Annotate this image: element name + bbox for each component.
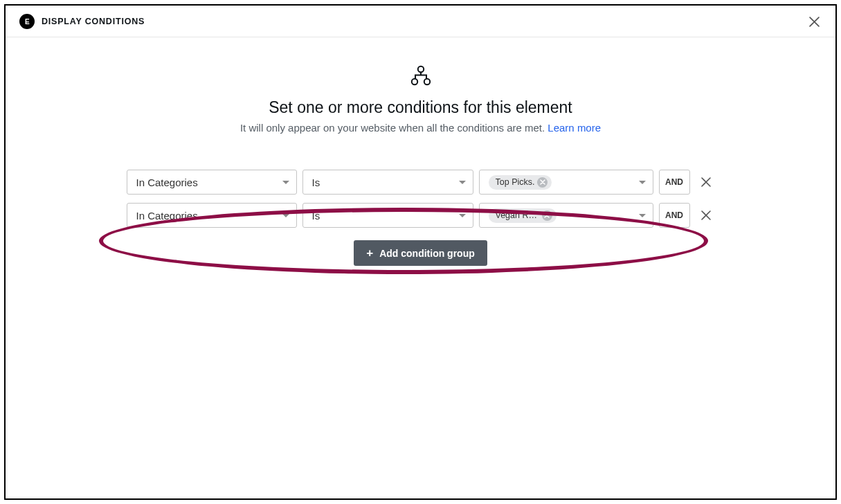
svg-point-2 — [424, 79, 429, 84]
hero-subtitle: It will only appear on your website when… — [240, 122, 601, 134]
close-icon — [540, 179, 545, 185]
close-icon — [809, 17, 820, 27]
hero-section: Set one or more conditions for this elem… — [6, 65, 835, 134]
svg-point-1 — [411, 79, 417, 84]
value-tag: Top Picks. — [489, 175, 552, 190]
tag-label: Vegan Re… — [496, 210, 539, 220]
close-icon — [701, 177, 711, 187]
add-condition-group-button[interactable]: + Add condition group — [354, 240, 487, 266]
condition-value-select[interactable]: Vegan Re… — [479, 203, 653, 228]
condition-field-select[interactable]: In Categories — [127, 170, 297, 195]
condition-row: In Categories Is Vegan Re… — [127, 203, 715, 228]
condition-operator-select[interactable]: Is — [302, 203, 473, 228]
elementor-logo-icon: E — [19, 14, 35, 29]
select-value: In Categories — [136, 210, 198, 222]
hero-subtitle-text: It will only appear on your website when… — [240, 122, 548, 134]
header-left: E DISPLAY CONDITIONS — [19, 14, 145, 29]
condition-operator-select[interactable]: Is — [302, 170, 473, 195]
chevron-down-icon — [459, 214, 466, 217]
modal-body: Set one or more conditions for this elem… — [6, 37, 835, 266]
tag-holder: Top Picks. — [489, 175, 639, 190]
value-tag: Vegan Re… — [489, 208, 557, 223]
logic-toggle-button[interactable]: AND — [659, 170, 690, 195]
close-modal-button[interactable] — [808, 15, 820, 28]
remove-tag-button[interactable] — [542, 210, 552, 221]
conditions-list: In Categories Is Top Picks. — [6, 170, 835, 228]
remove-condition-button[interactable] — [701, 210, 715, 220]
conditions-tree-icon — [410, 65, 432, 89]
remove-tag-button[interactable] — [537, 177, 548, 188]
close-icon — [544, 213, 550, 218]
modal-title: DISPLAY CONDITIONS — [42, 17, 145, 26]
modal-header: E DISPLAY CONDITIONS — [6, 6, 835, 37]
chevron-down-icon — [639, 214, 646, 217]
select-value: In Categories — [136, 177, 198, 188]
plus-icon: + — [366, 247, 373, 259]
display-conditions-modal: E DISPLAY CONDITIONS Set one or more con… — [4, 4, 837, 500]
hero-title: Set one or more conditions for this elem… — [269, 98, 572, 117]
logic-toggle-button[interactable]: AND — [659, 203, 690, 228]
svg-point-0 — [417, 66, 423, 72]
select-value: Is — [312, 210, 320, 222]
learn-more-link[interactable]: Learn more — [548, 122, 601, 134]
condition-value-select[interactable]: Top Picks. — [479, 170, 653, 195]
chevron-down-icon — [282, 214, 289, 217]
condition-row: In Categories Is Top Picks. — [127, 170, 715, 195]
add-group-wrap: + Add condition group — [6, 240, 835, 266]
chevron-down-icon — [459, 181, 466, 184]
remove-condition-button[interactable] — [701, 177, 715, 187]
select-value: Is — [312, 177, 320, 188]
chevron-down-icon — [639, 181, 646, 184]
condition-field-select[interactable]: In Categories — [127, 203, 297, 228]
tag-label: Top Picks. — [496, 177, 535, 187]
button-label: Add condition group — [379, 248, 475, 259]
close-icon — [701, 210, 711, 220]
tag-holder: Vegan Re… — [489, 208, 639, 223]
chevron-down-icon — [282, 181, 289, 184]
